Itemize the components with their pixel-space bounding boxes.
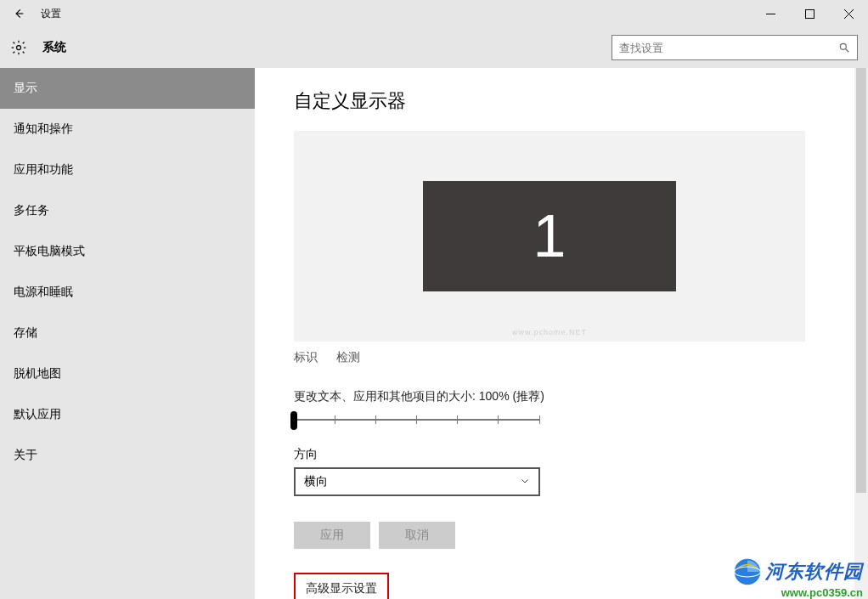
scale-slider[interactable] <box>294 411 540 428</box>
sidebar-item-default-apps[interactable]: 默认应用 <box>0 394 255 435</box>
display-preview[interactable]: 1 www.pchome.NET <box>294 131 805 342</box>
page-heading: 自定义显示器 <box>294 88 846 114</box>
detect-link[interactable]: 检测 <box>336 350 360 364</box>
sidebar-item-label: 通知和操作 <box>14 121 73 137</box>
window-titlebar: 设置 <box>0 0 868 27</box>
vertical-scrollbar[interactable] <box>854 68 868 599</box>
identify-link[interactable]: 标识 <box>294 350 318 364</box>
watermark-text: 河东软件园 <box>765 559 863 585</box>
site-watermark: 河东软件园 www.pc0359.cn <box>733 557 863 599</box>
sidebar-item-multitask[interactable]: 多任务 <box>0 190 255 231</box>
monitor-number: 1 <box>533 202 566 270</box>
dropdown-chevron <box>520 475 530 489</box>
breadcrumb: 系统 <box>37 40 66 55</box>
settings-gear[interactable] <box>0 39 37 56</box>
advanced-display-link[interactable]: 高级显示设置 <box>294 573 389 599</box>
sidebar-item-notifications[interactable]: 通知和操作 <box>0 109 255 150</box>
sidebar-item-label: 关于 <box>14 448 37 463</box>
preview-watermark: www.pchome.NET <box>294 328 805 336</box>
sidebar-item-tablet[interactable]: 平板电脑模式 <box>0 231 255 272</box>
sidebar-item-storage[interactable]: 存储 <box>0 313 255 353</box>
svg-point-5 <box>840 43 846 49</box>
minimize-icon <box>766 9 775 19</box>
maximize-button[interactable] <box>790 0 829 27</box>
settings-header: 系统 <box>0 27 868 68</box>
sidebar-item-apps[interactable]: 应用和功能 <box>0 150 255 190</box>
orientation-dropdown[interactable]: 横向 <box>294 467 540 496</box>
search-icon <box>838 42 850 54</box>
sidebar-item-label: 平板电脑模式 <box>14 244 85 259</box>
sidebar-item-label: 显示 <box>14 81 37 96</box>
slider-thumb[interactable] <box>290 411 297 430</box>
orientation-label: 方向 <box>294 447 846 462</box>
search-icon-wrap[interactable] <box>831 42 857 54</box>
monitor-tile[interactable]: 1 <box>423 181 676 291</box>
content-area: 自定义显示器 1 www.pchome.NET 标识 检测 更改文本、应用和其他… <box>255 68 868 599</box>
cancel-button[interactable]: 取消 <box>379 522 455 549</box>
minimize-button[interactable] <box>751 0 790 27</box>
sidebar-item-label: 脱机地图 <box>14 366 61 381</box>
sidebar-item-label: 应用和功能 <box>14 162 73 178</box>
back-button[interactable] <box>0 0 37 27</box>
watermark-logo-icon <box>733 557 762 586</box>
close-button[interactable] <box>829 0 868 27</box>
sidebar-item-offline-maps[interactable]: 脱机地图 <box>0 353 255 394</box>
watermark-url: www.pc0359.cn <box>733 586 863 599</box>
sidebar-item-label: 电源和睡眠 <box>14 285 73 300</box>
sidebar-item-label: 多任务 <box>14 203 49 218</box>
sidebar-item-power[interactable]: 电源和睡眠 <box>0 272 255 313</box>
close-icon <box>844 9 854 19</box>
gear-icon <box>10 39 27 56</box>
orientation-value: 横向 <box>304 474 520 489</box>
svg-rect-1 <box>805 9 814 18</box>
scale-label: 更改文本、应用和其他项目的大小: 100% (推荐) <box>294 389 846 404</box>
sidebar-item-label: 默认应用 <box>14 407 61 422</box>
window-title: 设置 <box>37 7 61 21</box>
back-arrow-icon <box>13 8 25 20</box>
search-input[interactable] <box>612 42 831 54</box>
chevron-down-icon <box>520 476 530 486</box>
slider-track <box>294 419 540 421</box>
apply-button[interactable]: 应用 <box>294 522 370 549</box>
maximize-icon <box>805 9 814 19</box>
scrollbar-thumb[interactable] <box>856 68 866 493</box>
sidebar-item-display[interactable]: 显示 <box>0 68 255 109</box>
svg-line-6 <box>846 49 849 53</box>
sidebar-item-label: 存储 <box>14 325 37 341</box>
search-box[interactable] <box>612 35 858 60</box>
svg-point-4 <box>17 46 21 50</box>
sidebar-item-about[interactable]: 关于 <box>0 435 255 476</box>
sidebar: 显示 通知和操作 应用和功能 多任务 平板电脑模式 电源和睡眠 存储 脱机地图 … <box>0 68 255 599</box>
